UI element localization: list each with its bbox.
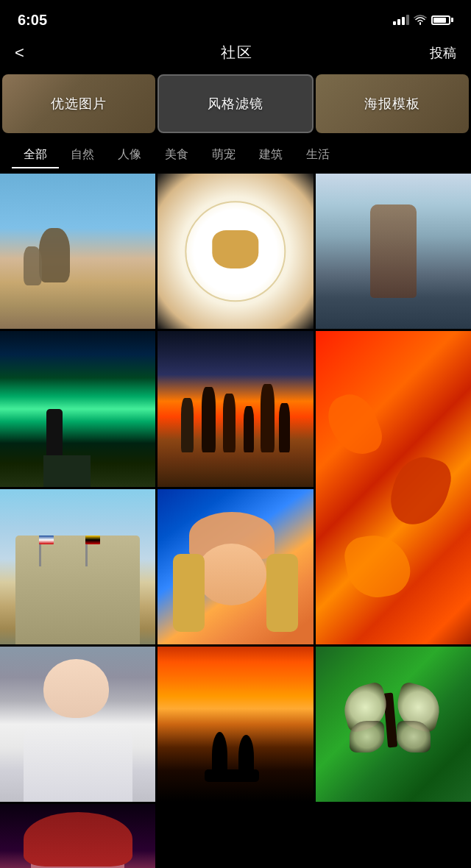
wifi-icon <box>414 15 427 25</box>
photo-item-winter-girl[interactable] <box>316 174 471 329</box>
photo-item-beach[interactable] <box>0 174 155 329</box>
tab-buttons: 优选图片 风格滤镜 海报模板 <box>0 74 471 135</box>
tab-poster-templates[interactable]: 海报模板 <box>316 74 469 133</box>
category-nature[interactable]: 自然 <box>59 143 106 168</box>
photo-item-food[interactable] <box>157 174 313 329</box>
photo-item-building[interactable] <box>0 489 155 644</box>
category-life[interactable]: 生活 <box>294 143 341 168</box>
photo-item-aurora[interactable] <box>0 331 155 486</box>
battery-icon <box>431 15 453 25</box>
photo-item-easter-island[interactable] <box>157 331 313 486</box>
post-button[interactable]: 投稿 <box>430 44 456 62</box>
category-pets[interactable]: 萌宠 <box>200 143 247 168</box>
status-bar: 6:05 <box>0 0 471 37</box>
back-button[interactable]: < <box>15 43 44 63</box>
category-food[interactable]: 美食 <box>153 143 200 168</box>
photo-item-autumn-leaves[interactable] <box>316 331 471 644</box>
header: < 社区 投稿 <box>0 37 471 74</box>
category-all[interactable]: 全部 <box>12 143 59 168</box>
photo-item-sunset-couple[interactable] <box>157 647 313 802</box>
status-time: 6:05 <box>18 12 47 29</box>
category-filter: 全部 自然 人像 美食 萌宠 建筑 生活 <box>0 135 471 171</box>
photo-item-woman-portrait[interactable] <box>0 804 155 868</box>
category-architecture[interactable]: 建筑 <box>247 143 294 168</box>
signal-icon <box>393 15 409 25</box>
photo-grid <box>0 171 471 868</box>
status-icons <box>393 15 453 25</box>
photo-item-blonde-girl[interactable] <box>157 489 313 644</box>
photo-item-bride[interactable] <box>0 647 155 802</box>
tab-style-filters[interactable]: 风格滤镜 <box>157 74 314 133</box>
tab-preferred-photos[interactable]: 优选图片 <box>2 74 155 133</box>
photo-item-butterfly[interactable] <box>316 647 471 802</box>
page-title: 社区 <box>221 43 253 63</box>
category-portrait[interactable]: 人像 <box>106 143 153 168</box>
